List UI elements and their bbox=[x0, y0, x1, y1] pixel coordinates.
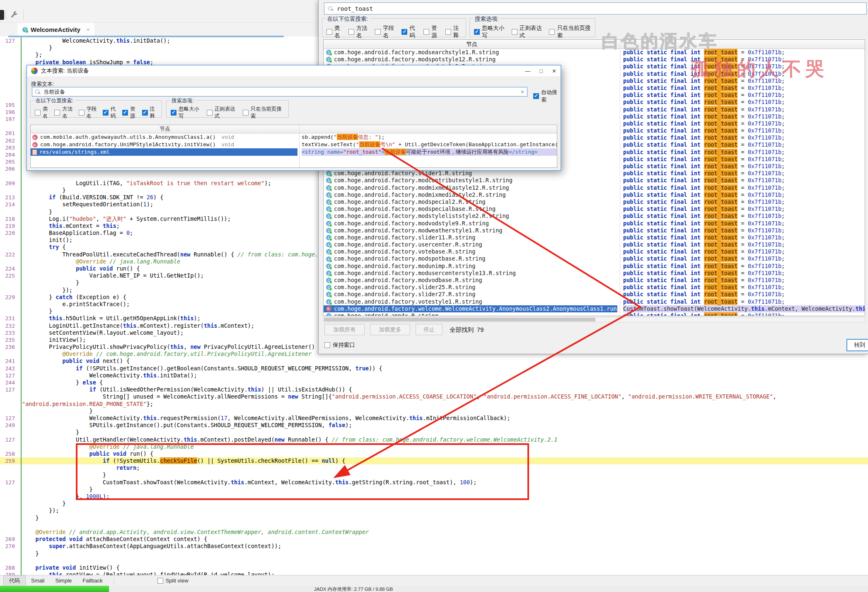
result-row[interactable]: com.hoge.android.factory.usercenter.R.st… bbox=[324, 241, 865, 248]
view-tab-Simple[interactable]: Simple bbox=[50, 576, 77, 585]
tab-close-icon[interactable]: × bbox=[87, 27, 90, 33]
goto-button[interactable]: 转到 bbox=[846, 339, 868, 351]
code-line[interactable]: } bbox=[0, 486, 868, 493]
dialog-titlebar[interactable]: 文本搜索: 当前设备 bbox=[27, 65, 561, 76]
checkbox-icon[interactable] bbox=[348, 29, 354, 35]
result-row[interactable]: com.hoge.android.factory.modunimp.R.stri… bbox=[324, 263, 865, 270]
checkbox-icon[interactable] bbox=[35, 110, 41, 116]
search-input[interactable]: root_toast bbox=[324, 2, 867, 14]
code-line[interactable]: 270 super.attachBaseContext(AppLanguageU… bbox=[0, 543, 868, 550]
split-view-checkbox[interactable]: Split view bbox=[157, 578, 189, 584]
result-row[interactable]: com.hoge.android.factory.slider27.R.stri… bbox=[324, 291, 865, 298]
checkbox-代码[interactable]: 代码 bbox=[103, 106, 118, 120]
result-row[interactable]: com.hoge.android.factory.slider1.R.strin… bbox=[324, 170, 865, 177]
result-row[interactable]: com.hoge.android.factory.votestyle1.R.st… bbox=[324, 298, 865, 305]
dialog-result-row[interactable]: res/values/strings.xml<string name="root… bbox=[31, 148, 557, 156]
checkbox-icon[interactable] bbox=[171, 110, 177, 116]
code-line[interactable]: 127 WelcomeActivity.this.requestPermissi… bbox=[0, 415, 868, 422]
checkbox-icon[interactable] bbox=[423, 29, 429, 35]
result-row[interactable]: com.hoge.android.factory.modspecialbase.… bbox=[324, 205, 865, 213]
code-line[interactable]: 127 Util.getHandler(WelcomeActivity.this… bbox=[0, 436, 868, 443]
result-row[interactable]: com.hoge.android.factory.modusercenterst… bbox=[324, 270, 865, 277]
checkbox-icon[interactable] bbox=[549, 29, 555, 35]
stop-button[interactable]: 停止 bbox=[416, 324, 442, 335]
checkbox-类名[interactable]: 类名 bbox=[326, 24, 343, 39]
checkbox-icon[interactable] bbox=[122, 110, 128, 116]
code-line[interactable]: return; bbox=[0, 464, 868, 471]
checkbox-类名[interactable]: 类名 bbox=[35, 106, 50, 120]
clear-input-icon[interactable]: ✕ bbox=[520, 89, 525, 95]
checkbox-icon[interactable] bbox=[142, 110, 148, 116]
auto-search-checkbox[interactable]: 自动搜索 bbox=[533, 89, 561, 104]
checkbox-icon[interactable] bbox=[401, 29, 407, 35]
code-line[interactable]: 244 } else { bbox=[0, 379, 868, 386]
dialog-result-row[interactable]: com.mobile.auth.gatewayauth.utils.b.Anon… bbox=[31, 133, 557, 141]
code-line[interactable]: 288 private void initView() { bbox=[0, 564, 868, 571]
code-line[interactable]: 127 CustomToast.showToast(WelcomeActivit… bbox=[0, 479, 868, 486]
code-line[interactable]: }); bbox=[0, 507, 868, 514]
node-column-header[interactable]: 节点 bbox=[31, 126, 299, 133]
result-row[interactable]: com.hoge.android.factory.modcontributest… bbox=[324, 177, 865, 184]
checkbox-忽略大小写[interactable]: 忽略大小写 bbox=[171, 106, 203, 120]
result-row[interactable]: com.hoge.android.factory.modmixmediastyl… bbox=[324, 191, 865, 198]
checkbox-icon[interactable] bbox=[324, 342, 330, 348]
checkbox-icon[interactable] bbox=[207, 110, 213, 116]
result-row[interactable]: com.hoge.android.factory.modspotstyle12.… bbox=[324, 56, 865, 63]
code-line[interactable]: } bbox=[0, 429, 868, 436]
result-row[interactable]: com.hoge.android.app4x.R.stringpublic st… bbox=[324, 312, 865, 316]
result-row[interactable]: com.hoge.android.factory.modstyleliststy… bbox=[324, 213, 865, 220]
scrollbar-thumb[interactable] bbox=[324, 318, 595, 321]
checkbox-注释[interactable]: 注释 bbox=[142, 106, 157, 120]
checkbox-icon[interactable] bbox=[445, 29, 451, 35]
code-line[interactable]: 127 if (Util.isNeedOtherPermission(Welco… bbox=[0, 386, 868, 393]
code-line[interactable]: @Override // android.app.Activity, andro… bbox=[0, 529, 868, 536]
minimize-button[interactable]: — bbox=[525, 68, 530, 74]
code-line[interactable]: } bbox=[0, 408, 868, 415]
result-row[interactable]: com.hoge.android.factory.welcome.Welcome… bbox=[324, 305, 865, 312]
keep-window-checkbox[interactable]: 保持窗口 bbox=[324, 341, 355, 349]
node-column-header[interactable]: 节点 bbox=[324, 41, 620, 48]
code-line[interactable]: } bbox=[0, 471, 868, 478]
view-tab-Fallback[interactable]: Fallback bbox=[77, 576, 108, 585]
code-line[interactable]: 127 WelcomeActivity.this.initData(); bbox=[0, 372, 868, 379]
checkbox-icon[interactable] bbox=[79, 110, 85, 116]
checkbox-方法名[interactable]: 方法名 bbox=[54, 106, 74, 120]
checkbox-icon[interactable] bbox=[54, 110, 60, 116]
checkbox-字段名[interactable]: 字段名 bbox=[79, 106, 99, 120]
checkbox-icon[interactable] bbox=[474, 29, 480, 35]
result-row[interactable]: com.hoge.android.factory.modmixmediastyl… bbox=[324, 184, 865, 191]
code-line[interactable]: "android.permission.READ_PHONE_STATE"}; bbox=[0, 401, 868, 408]
load-all-button[interactable]: 加载所有 bbox=[324, 324, 365, 335]
code-line[interactable] bbox=[0, 522, 868, 529]
result-row[interactable]: com.hoge.android.factory.modspotbase.R.s… bbox=[324, 255, 865, 262]
dialog-result-row[interactable]: com.hoge.android.factory.UniMPStyle1Acti… bbox=[31, 141, 557, 148]
result-row[interactable]: com.hoge.android.factory.votebase.R.stri… bbox=[324, 248, 865, 255]
result-row[interactable]: com.hoge.android.factory.modvodstyle9.R.… bbox=[324, 220, 865, 227]
close-button[interactable]: ✕ bbox=[552, 68, 556, 74]
code-line[interactable]: 269 protected void attachBaseContext(Con… bbox=[0, 536, 868, 543]
view-tab-Smali[interactable]: Smali bbox=[26, 576, 50, 585]
checkbox-资源[interactable]: 资源 bbox=[122, 106, 138, 120]
checkbox-字段名[interactable]: 字段名 bbox=[375, 24, 396, 39]
code-line[interactable]: String[] unused = WelcomeActivity.allNee… bbox=[0, 393, 868, 400]
result-row[interactable]: com.hoge.android.factory.modweatherstyle… bbox=[324, 227, 865, 234]
checkbox-正则表达式[interactable]: 正则表达式 bbox=[512, 24, 544, 39]
checkbox-方法名[interactable]: 方法名 bbox=[348, 24, 369, 39]
app-icon[interactable] bbox=[0, 10, 4, 20]
checkbox-代码[interactable]: 代码 bbox=[401, 24, 418, 39]
code-line[interactable]: 249 SPUtils.getInstance().put(Constants.… bbox=[0, 422, 868, 429]
checkbox-资源[interactable]: 资源 bbox=[423, 24, 440, 39]
result-row[interactable]: com.hoge.android.factory.modsearchstyle1… bbox=[324, 49, 865, 56]
checkbox-只在当前页搜索[interactable]: 只在当前页搜索 bbox=[549, 24, 591, 39]
result-row[interactable]: com.hoge.android.factory.modspecial2.R.s… bbox=[324, 198, 865, 205]
result-row[interactable]: com.hoge.android.factory.modvodbase.R.st… bbox=[324, 277, 865, 284]
checkbox-icon[interactable] bbox=[375, 29, 381, 35]
code-line[interactable]: 258 public void run() { bbox=[0, 450, 868, 457]
code-line[interactable]: } bbox=[0, 550, 868, 557]
code-line[interactable]: @Override // java.lang.Runnable bbox=[0, 443, 868, 450]
horizontal-scrollbar[interactable] bbox=[323, 317, 865, 322]
load-more-button[interactable]: 加载更多 bbox=[370, 324, 410, 335]
code-line[interactable] bbox=[0, 557, 868, 564]
maximize-button[interactable]: □ bbox=[539, 68, 543, 74]
tab-welcomeactivity[interactable]: WelcomeActivity × bbox=[17, 23, 94, 36]
